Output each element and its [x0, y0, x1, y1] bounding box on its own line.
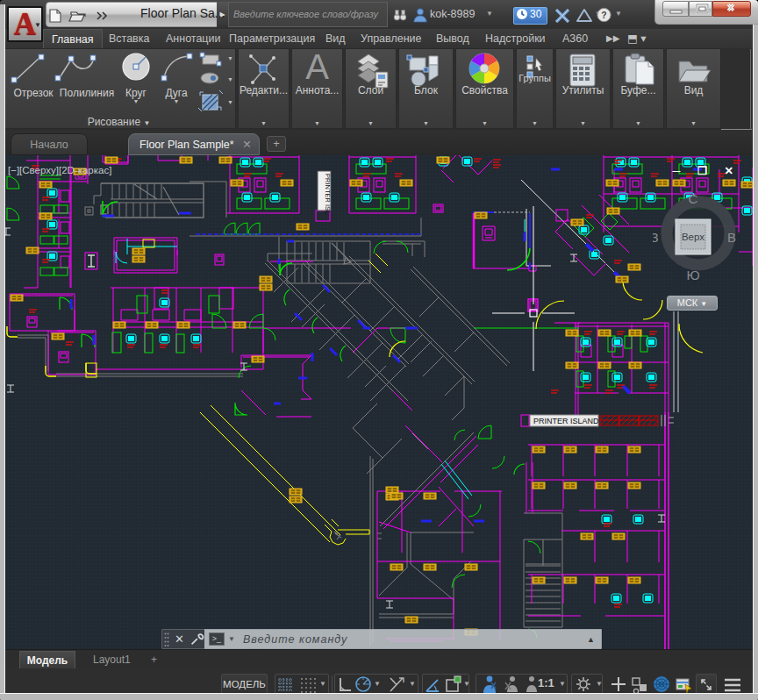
svg-text:▼: ▼ — [227, 76, 233, 82]
svg-text:▼: ▼ — [227, 99, 233, 105]
svg-text:З: З — [653, 230, 659, 245]
svg-text:Верх: Верх — [682, 232, 704, 242]
svg-text:В: В — [727, 230, 736, 245]
svg-text:?: ? — [601, 11, 606, 20]
svg-text:PRINTER ISL: PRINTER ISL — [324, 174, 332, 214]
svg-text:PRINTER ISLAND: PRINTER ISLAND — [533, 417, 599, 425]
svg-text:Ю: Ю — [686, 268, 699, 282]
svg-text:С: С — [689, 191, 698, 206]
svg-text:▼: ▼ — [227, 55, 233, 61]
